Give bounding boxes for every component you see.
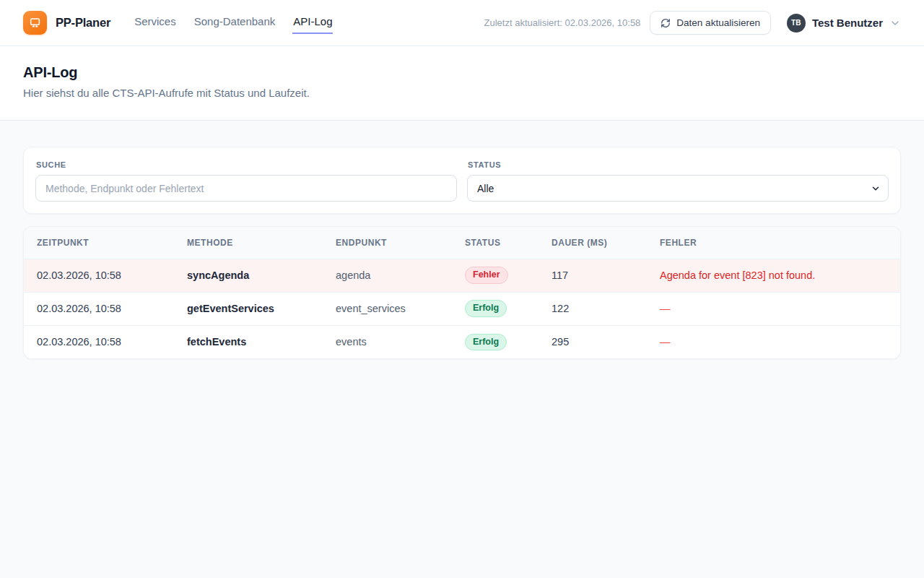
nav-item-song-datenbank[interactable]: Song-Datenbank bbox=[193, 12, 276, 34]
col-endpunkt: ENDPUNKT bbox=[323, 227, 452, 259]
status-badge: Fehler bbox=[465, 267, 508, 284]
search-input[interactable] bbox=[35, 175, 457, 202]
table-row[interactable]: 02.03.2026, 10:58 getEventServices event… bbox=[24, 292, 900, 325]
status-select[interactable]: Alle bbox=[467, 175, 889, 202]
presentation-icon bbox=[28, 16, 42, 30]
cell-methode: fetchEvents bbox=[174, 325, 323, 358]
table-body: 02.03.2026, 10:58 syncAgenda agenda Fehl… bbox=[24, 259, 900, 358]
main-nav: Services Song-Datenbank API-Log bbox=[134, 12, 333, 34]
refresh-button-label: Daten aktualisieren bbox=[676, 17, 760, 28]
page-header: API-Log Hier siehst du alle CTS-API-Aufr… bbox=[0, 46, 924, 121]
chevron-down-icon bbox=[889, 17, 901, 29]
api-log-table: ZEITPUNKT METHODE ENDPUNKT STATUS DAUER … bbox=[24, 227, 900, 358]
cell-dauer: 117 bbox=[539, 259, 647, 292]
api-log-table-card: ZEITPUNKT METHODE ENDPUNKT STATUS DAUER … bbox=[23, 226, 901, 359]
page-title: API-Log bbox=[23, 64, 901, 81]
avatar: TB bbox=[787, 14, 806, 33]
top-navbar: PP-Planer Services Song-Datenbank API-Lo… bbox=[0, 0, 924, 46]
cell-endpunkt: event_services bbox=[323, 292, 452, 325]
nav-item-services[interactable]: Services bbox=[134, 12, 177, 34]
cell-methode: getEventServices bbox=[174, 292, 323, 325]
cell-status: Fehler bbox=[452, 259, 539, 292]
cell-status: Erfolg bbox=[452, 292, 539, 325]
cell-zeitpunkt: 02.03.2026, 10:58 bbox=[24, 292, 174, 325]
cell-fehler: — bbox=[647, 325, 900, 358]
search-field-group: SUCHE bbox=[35, 159, 457, 202]
col-zeitpunkt: ZEITPUNKT bbox=[24, 227, 174, 259]
refresh-data-button[interactable]: Daten aktualisieren bbox=[650, 11, 771, 35]
user-name: Test Benutzer bbox=[812, 17, 883, 29]
status-badge: Erfolg bbox=[465, 334, 507, 351]
filter-card: SUCHE STATUS Alle bbox=[23, 147, 901, 214]
cell-fehler: Agenda for event [823] not found. bbox=[647, 259, 900, 292]
col-status: STATUS bbox=[452, 227, 539, 259]
cell-fehler: — bbox=[647, 292, 900, 325]
col-methode: METHODE bbox=[174, 227, 323, 259]
main-content: SUCHE STATUS Alle ZEITPUNKT bbox=[0, 121, 924, 385]
status-label: STATUS bbox=[468, 160, 889, 169]
app-logo bbox=[23, 11, 47, 35]
status-select-wrap: Alle bbox=[467, 175, 889, 202]
cell-endpunkt: agenda bbox=[323, 259, 452, 292]
brand[interactable]: PP-Planer bbox=[23, 11, 110, 35]
col-fehler: FEHLER bbox=[647, 227, 900, 259]
col-dauer: DAUER (MS) bbox=[539, 227, 647, 259]
cell-zeitpunkt: 02.03.2026, 10:58 bbox=[24, 259, 174, 292]
cell-zeitpunkt: 02.03.2026, 10:58 bbox=[24, 325, 174, 358]
navbar-right: Zuletzt aktualisiert: 02.03.2026, 10:58 … bbox=[484, 11, 901, 35]
status-badge: Erfolg bbox=[465, 300, 507, 317]
cell-dauer: 122 bbox=[539, 292, 647, 325]
nav-item-api-log[interactable]: API-Log bbox=[292, 12, 333, 34]
table-header-row: ZEITPUNKT METHODE ENDPUNKT STATUS DAUER … bbox=[24, 227, 900, 259]
last-updated-text: Zuletzt aktualisiert: 02.03.2026, 10:58 bbox=[484, 17, 641, 28]
user-menu[interactable]: TB Test Benutzer bbox=[787, 14, 901, 33]
status-field-group: STATUS Alle bbox=[467, 159, 889, 202]
table-row[interactable]: 02.03.2026, 10:58 fetchEvents events Erf… bbox=[24, 325, 900, 358]
refresh-icon bbox=[661, 18, 671, 28]
brand-name: PP-Planer bbox=[56, 16, 110, 30]
cell-methode: syncAgenda bbox=[174, 259, 323, 292]
cell-dauer: 295 bbox=[539, 325, 647, 358]
page-subtitle: Hier siehst du alle CTS-API-Aufrufe mit … bbox=[23, 87, 901, 99]
cell-endpunkt: events bbox=[323, 325, 452, 358]
table-row[interactable]: 02.03.2026, 10:58 syncAgenda agenda Fehl… bbox=[24, 259, 900, 292]
search-label: SUCHE bbox=[36, 160, 457, 169]
cell-status: Erfolg bbox=[452, 325, 539, 358]
